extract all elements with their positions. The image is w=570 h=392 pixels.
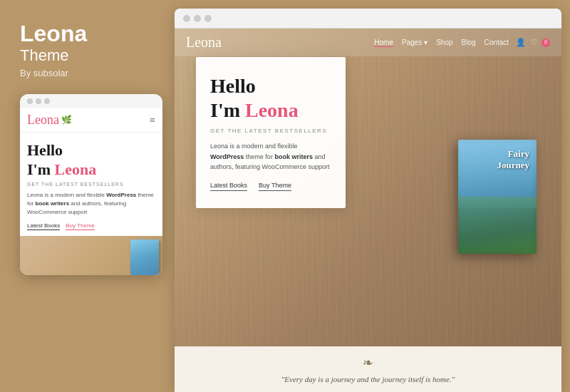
nav-link-blog[interactable]: Blog (462, 38, 476, 46)
mobile-buttons: Latest Books Buy Theme (27, 222, 155, 230)
book-title-line1: Fairy (497, 148, 530, 160)
mobile-buy-theme-btn[interactable]: Buy Theme (66, 222, 95, 230)
mobile-dot-2 (36, 98, 41, 104)
user-icon[interactable]: 👤 (516, 38, 526, 47)
desktop-tagline: GET THE LATEST BESTSELLERS (210, 128, 331, 134)
browser-dot-1 (183, 15, 190, 22)
desktop-hero: Leona Home Pages ▾ Shop Blog Contact 👤 ♡… (175, 29, 561, 346)
desktop-nav-links: Home Pages ▾ Shop Blog Contact (374, 38, 509, 47)
nav-icons: 👤 ♡ 0 (516, 38, 550, 47)
right-panel: Leona Home Pages ▾ Shop Blog Contact 👤 ♡… (175, 9, 561, 392)
quote-section: ❧ "Every day is a journey and the journe… (175, 346, 561, 392)
desktop-nav: Leona Home Pages ▾ Shop Blog Contact 👤 ♡… (175, 29, 561, 56)
nav-link-contact[interactable]: Contact (484, 38, 509, 46)
mobile-heading: Hello I'm Leona (27, 141, 155, 179)
mobile-dot-3 (44, 98, 50, 104)
browser-dot-2 (194, 15, 201, 22)
book-container: Fairy Journey (440, 46, 554, 346)
by-text: By subsolar (20, 68, 160, 78)
book-cover: Fairy Journey (458, 140, 537, 254)
desktop-buy-theme-btn[interactable]: Buy Theme (259, 182, 291, 191)
mobile-browser-bar (20, 94, 162, 108)
mobile-dot-1 (27, 98, 33, 104)
quote-text: "Every day is a journey and the journey … (186, 375, 550, 383)
mobile-image-strip (20, 236, 162, 275)
desktop-latest-books-btn[interactable]: Latest Books (210, 182, 247, 191)
left-panel: Leona Theme By subsolar Leona 🌿 ≡ Hello … (0, 0, 175, 392)
nav-link-pages[interactable]: Pages ▾ (402, 38, 428, 46)
book-title-overlay: Fairy Journey (497, 148, 530, 172)
hero-card: Hello I'm Leona GET THE LATEST BESTSELLE… (196, 57, 346, 208)
mobile-logo: Leona 🌿 (27, 113, 72, 128)
browser-chrome (175, 9, 561, 29)
mobile-mockup: Leona 🌿 ≡ Hello I'm Leona GET THE LATEST… (20, 94, 162, 275)
desktop-heading: Hello I'm Leona (210, 74, 331, 122)
desktop-nav-logo: Leona (186, 34, 222, 51)
desktop-content: Leona Home Pages ▾ Shop Blog Contact 👤 ♡… (175, 29, 561, 392)
nav-link-home[interactable]: Home (374, 38, 393, 47)
leaf-decoration-icon: ❧ (186, 355, 550, 371)
theme-title: Leona (20, 21, 160, 46)
cart-icon[interactable]: 0 (542, 38, 550, 47)
mobile-latest-books-btn[interactable]: Latest Books (27, 222, 60, 230)
mobile-tagline: GET THE LATEST BESTSELLERS (27, 182, 155, 187)
mobile-description: Leona is a modern and flexible WordPress… (27, 191, 155, 217)
mobile-hero: Hello I'm Leona GET THE LATEST BESTSELLE… (20, 133, 162, 236)
theme-label: Theme (20, 46, 160, 65)
mobile-leaf-icon: 🌿 (61, 115, 72, 125)
desktop-description: Leona is a modern and flexible WordPress… (210, 141, 331, 172)
mobile-logo-text: Leona (27, 113, 59, 128)
hamburger-icon[interactable]: ≡ (150, 115, 155, 125)
browser-dot-3 (204, 15, 212, 22)
wishlist-icon[interactable]: ♡ (530, 38, 537, 47)
mobile-nav: Leona 🌿 ≡ (20, 108, 162, 133)
book-title-line2: Journey (497, 160, 530, 172)
desktop-hero-buttons: Latest Books Buy Theme (210, 182, 331, 191)
nav-link-shop[interactable]: Shop (436, 38, 452, 46)
